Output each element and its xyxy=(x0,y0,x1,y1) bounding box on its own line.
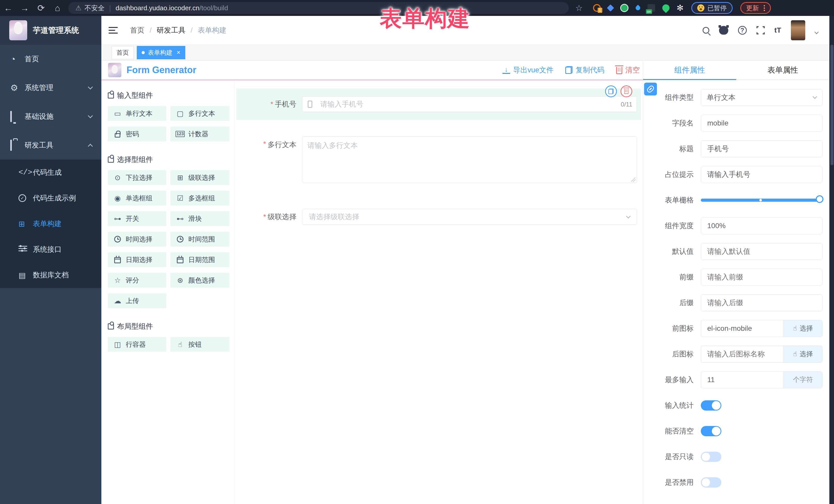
breadcrumb-home[interactable]: 首页 xyxy=(130,25,145,35)
reload-icon[interactable]: ⟳ xyxy=(33,3,49,13)
extension-on-icon[interactable]: on xyxy=(648,4,655,12)
help-icon[interactable]: ? xyxy=(738,26,747,35)
disabled-switch[interactable] xyxy=(701,477,721,487)
palette-item-slider[interactable]: ⊷滑块 xyxy=(170,211,229,226)
field-name-input[interactable] xyxy=(701,115,822,132)
palette-item-upload[interactable]: ☁上传 xyxy=(108,293,166,308)
title-input[interactable] xyxy=(701,140,822,157)
collapse-menu-icon[interactable] xyxy=(109,25,118,36)
placeholder-input[interactable] xyxy=(701,166,822,183)
profile-paused-chip[interactable]: 已暂停 xyxy=(691,2,733,14)
search-icon[interactable] xyxy=(703,27,709,34)
palette-item-row-container[interactable]: ◫行容器 xyxy=(108,337,166,352)
form-grid-slider[interactable] xyxy=(701,199,822,202)
export-vue-button[interactable]: ↓ 导出vue文件 xyxy=(502,65,553,75)
default-value-input[interactable] xyxy=(701,243,822,260)
duplicate-field-button[interactable] xyxy=(605,85,617,97)
palette-item-cascader[interactable]: ⊞级联选择 xyxy=(170,170,229,185)
tab-component-props[interactable]: 组件属性 xyxy=(643,61,736,80)
scrollbar-thumb[interactable] xyxy=(830,45,833,165)
extension-drop-icon[interactable] xyxy=(635,5,641,11)
clear-button[interactable]: 清空 xyxy=(616,65,640,75)
sidebar-item-devtools[interactable]: 研发工具 xyxy=(0,131,101,160)
fullscreen-icon[interactable] xyxy=(756,26,765,35)
extension-pinwheel-icon[interactable]: ✻ xyxy=(677,3,684,13)
palette-item-textarea[interactable]: ▢多行文本 xyxy=(170,106,229,121)
copy-code-button[interactable]: 复制代码 xyxy=(565,65,604,75)
sidebar-item-infra[interactable]: 基础设施 xyxy=(0,102,101,131)
component-type-select[interactable]: 单行文本 xyxy=(701,89,822,106)
link-handle-button[interactable] xyxy=(644,83,657,95)
palette-item-color-picker[interactable]: ⊛颜色选择 xyxy=(170,273,229,288)
sidebar-item-home[interactable]: ◔ 首页 xyxy=(0,45,101,73)
close-icon[interactable]: × xyxy=(177,48,180,57)
window-scrollbar[interactable] xyxy=(829,16,834,504)
palette-item-time-picker[interactable]: 时间选择 xyxy=(108,232,166,247)
clearable-switch[interactable] xyxy=(701,426,721,436)
sidebar-item-api[interactable]: 系统接口 xyxy=(0,237,101,262)
readonly-switch[interactable] xyxy=(701,452,721,462)
prefix-icon-input[interactable] xyxy=(701,320,784,337)
breadcrumb-devtools[interactable]: 研发工具 xyxy=(157,25,185,35)
slider-handle[interactable] xyxy=(816,195,824,203)
palette-item-select[interactable]: ⊙下拉选择 xyxy=(108,170,166,185)
palette-item-button[interactable]: ☝按钮 xyxy=(170,337,229,352)
extension-green-icon[interactable] xyxy=(620,4,629,12)
browser-update-button[interactable]: 更新 xyxy=(740,2,771,14)
extension-icon[interactable]: 1 xyxy=(593,4,601,12)
resize-handle[interactable] xyxy=(631,178,635,182)
extension-gem-icon[interactable] xyxy=(607,4,614,12)
suffix-icon-input[interactable] xyxy=(701,346,784,363)
suffix-input[interactable] xyxy=(701,294,822,311)
palette-item-rate[interactable]: ☆评分 xyxy=(108,273,166,288)
prefix-input[interactable] xyxy=(701,269,822,286)
choose-suffix-icon-button[interactable]: ☝ 选择 xyxy=(784,346,822,363)
canvas-field-textarea[interactable]: *多行文本 xyxy=(236,129,641,193)
canvas-field-mobile[interactable]: *手机号 0/11 xyxy=(236,89,641,120)
home-icon[interactable]: ⌂ xyxy=(49,3,66,13)
tab-form-props[interactable]: 表单属性 xyxy=(736,61,829,80)
counter-icon: 123 xyxy=(176,131,184,137)
bookmark-star-icon[interactable]: ☆ xyxy=(575,3,583,13)
url-bar[interactable]: ⚠ 不安全 | dashboard.yudao.iocoder.cn/tool/… xyxy=(68,2,569,14)
browser-menu-icon[interactable] xyxy=(764,5,765,6)
font-size-icon[interactable]: tT xyxy=(774,26,781,35)
tag-form-builder[interactable]: 表单构建 × xyxy=(137,46,185,59)
extension-leaf-icon[interactable] xyxy=(661,3,671,13)
breadcrumb-separator: / xyxy=(191,26,193,35)
palette-item-password[interactable]: 密码 xyxy=(108,127,166,141)
back-icon[interactable]: ← xyxy=(0,3,17,13)
avatar-caret-icon[interactable] xyxy=(814,30,819,34)
show-word-limit-switch[interactable] xyxy=(701,400,721,411)
forward-icon[interactable]: → xyxy=(17,3,33,13)
cascader-input[interactable]: 请选择级联选择 xyxy=(302,209,637,225)
palette-item-checkbox-group[interactable]: ☑多选框组 xyxy=(170,191,229,205)
palette-item-input[interactable]: ▭单行文本 xyxy=(108,106,166,121)
mobile-input[interactable] xyxy=(302,96,637,112)
sidebar-item-system[interactable]: ⚙ 系统管理 xyxy=(0,73,101,102)
width-input[interactable] xyxy=(701,217,822,234)
url-divider: | xyxy=(109,4,111,12)
canvas-field-cascader[interactable]: *级联选择 请选择级联选择 xyxy=(236,201,641,233)
sidebar-item-db-doc[interactable]: ▤ 数据库文档 xyxy=(0,262,101,288)
palette-item-date-range[interactable]: 日期范围 xyxy=(170,252,229,267)
avatar[interactable] xyxy=(791,20,805,40)
security-label[interactable]: 不安全 xyxy=(84,4,105,13)
puzzle-icon xyxy=(108,92,114,98)
palette-item-counter[interactable]: 123计数器 xyxy=(170,127,229,141)
choose-prefix-icon-button[interactable]: ☝ 选择 xyxy=(784,320,822,337)
sidebar-item-form-builder[interactable]: ⊞ 表单构建 xyxy=(0,211,101,237)
sidebar-logo-area[interactable]: 芋道管理系统 xyxy=(0,16,101,45)
palette-item-date-picker[interactable]: 日期选择 xyxy=(108,252,166,267)
sidebar-item-codegen[interactable]: </> 代码生成 xyxy=(0,160,101,185)
github-icon[interactable] xyxy=(719,26,728,35)
palette-item-radio-group[interactable]: ◉单选框组 xyxy=(108,191,166,205)
tag-home[interactable]: 首页 xyxy=(112,46,134,59)
palette-item-switch[interactable]: ⊶开关 xyxy=(108,211,166,226)
textarea-input[interactable] xyxy=(302,136,637,183)
delete-field-button[interactable] xyxy=(620,85,632,97)
sidebar-item-codegen-demo[interactable]: ✓ 代码生成示例 xyxy=(0,185,101,211)
paused-label: 已暂停 xyxy=(707,4,727,12)
palette-item-time-range[interactable]: 时间范围 xyxy=(170,232,229,247)
max-length-input[interactable] xyxy=(701,371,784,388)
